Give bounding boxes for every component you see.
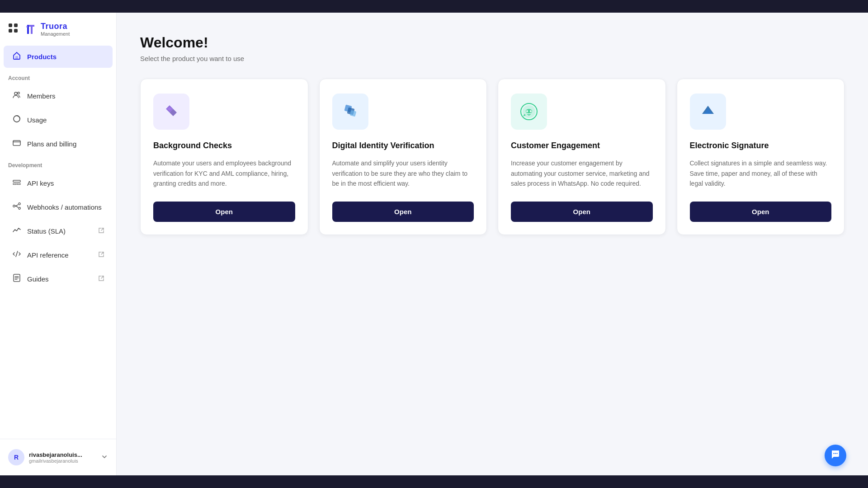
user-avatar: R (8, 449, 24, 465)
sidebar-item-members[interactable]: Members (4, 85, 113, 107)
digital-identity-description: Automate and simplify your users identit… (332, 158, 474, 188)
svg-rect-10 (13, 183, 16, 185)
webhook-icon (12, 202, 22, 213)
background-checks-icon (160, 101, 182, 122)
account-section-label: Account (0, 69, 116, 84)
bottom-bar (0, 475, 868, 488)
api-icon (12, 178, 22, 189)
sidebar-item-api-keys[interactable]: API keys (4, 172, 113, 194)
svg-rect-1 (14, 23, 18, 27)
product-card-electronic-signature: Electronic Signature Collect signatures … (677, 79, 845, 235)
svg-rect-4 (15, 56, 18, 59)
external-link-icon-api (98, 251, 104, 259)
user-menu[interactable]: R rivasbejaranoluis... gmailrivasbejaran… (5, 445, 112, 470)
sidebar-header: Truora Management (0, 13, 116, 45)
api-reference-label: API reference (27, 251, 69, 259)
svg-point-30 (835, 453, 836, 454)
sidebar-item-guides[interactable]: Guides (4, 268, 113, 290)
svg-rect-3 (14, 29, 18, 33)
digital-identity-title: Digital Identity Verification (332, 141, 474, 151)
sidebar-item-status-sla[interactable]: Status (SLA) (4, 220, 113, 242)
electronic-signature-icon-wrapper (690, 94, 726, 130)
customer-engagement-icon-wrapper (511, 94, 547, 130)
customer-engagement-open-button[interactable]: Open (511, 202, 653, 222)
svg-point-12 (13, 205, 15, 207)
grid-icon[interactable] (8, 23, 18, 35)
svg-line-15 (16, 251, 18, 257)
products-label: Products (27, 53, 57, 61)
user-name: rivasbejaranoluis... (29, 451, 96, 458)
plans-billing-label: Plans and billing (27, 140, 76, 148)
sidebar-item-webhooks[interactable]: Webhooks / automations (4, 196, 113, 218)
development-section-label: Development (0, 156, 116, 171)
electronic-signature-title: Electronic Signature (690, 141, 832, 151)
svg-point-13 (19, 203, 20, 205)
external-link-icon-guides (98, 275, 104, 283)
product-card-background-checks: Background Checks Automate your users an… (140, 79, 308, 235)
chat-bubble-button[interactable] (825, 445, 846, 466)
people-icon (12, 90, 22, 102)
digital-identity-icon-wrapper (332, 94, 368, 130)
sidebar-item-api-reference[interactable]: API reference (4, 244, 113, 266)
external-link-icon-status (98, 227, 104, 235)
user-info: rivasbejaranoluis... gmailrivasbejaranol… (29, 451, 96, 464)
background-checks-title: Background Checks (153, 141, 295, 151)
user-email: gmailrivasbejaranoluis (29, 458, 96, 464)
digital-identity-open-button[interactable]: Open (332, 202, 474, 222)
webhooks-label: Webhooks / automations (27, 203, 102, 211)
sidebar: Truora Management Products Account (0, 13, 117, 475)
customer-engagement-icon (518, 100, 540, 123)
svg-point-14 (19, 207, 20, 209)
members-label: Members (27, 92, 56, 100)
logo-sub: Management (41, 31, 70, 37)
page-title: Welcome! (140, 34, 844, 51)
truora-logo-icon (24, 22, 38, 37)
sidebar-item-plans-billing[interactable]: Plans and billing (4, 133, 113, 155)
svg-rect-11 (17, 183, 20, 185)
main-content: Welcome! Select the product you want to … (117, 13, 868, 475)
chevron-down-icon (101, 453, 108, 462)
background-checks-description: Automate your users and employees backgr… (153, 158, 295, 188)
circle-icon (12, 114, 22, 126)
top-bar (0, 0, 868, 13)
svg-point-31 (836, 453, 837, 454)
background-checks-open-button[interactable]: Open (153, 202, 295, 222)
logo-name: Truora (41, 22, 70, 31)
svg-rect-0 (9, 23, 12, 27)
digital-identity-icon (340, 101, 361, 122)
sidebar-item-products[interactable]: Products (4, 46, 113, 68)
sidebar-footer: R rivasbejaranoluis... gmailrivasbejaran… (0, 439, 116, 475)
status-icon (12, 225, 22, 237)
logo-text: Truora Management (41, 22, 70, 37)
products-grid: Background Checks Automate your users an… (140, 79, 844, 235)
customer-engagement-description: Increase your customer engagement by aut… (511, 158, 653, 188)
customer-engagement-title: Customer Engagement (511, 141, 653, 151)
svg-rect-2 (9, 29, 12, 33)
status-sla-label: Status (SLA) (27, 227, 66, 235)
chat-bubble-icon (830, 449, 841, 462)
electronic-signature-open-button[interactable]: Open (690, 202, 832, 222)
svg-point-25 (526, 110, 528, 112)
home-icon (12, 51, 22, 62)
guides-label: Guides (27, 275, 49, 283)
svg-point-26 (530, 110, 532, 112)
product-card-digital-identity: Digital Identity Verification Automate a… (319, 79, 487, 235)
api-ref-icon (12, 249, 22, 261)
guides-icon (12, 273, 22, 285)
svg-point-5 (14, 92, 17, 95)
svg-point-6 (18, 92, 19, 94)
svg-rect-8 (13, 141, 20, 145)
product-card-customer-engagement: Customer Engagement Increase your custom… (498, 79, 666, 235)
background-checks-icon-wrapper (153, 94, 189, 130)
sidebar-item-usage[interactable]: Usage (4, 109, 113, 131)
electronic-signature-icon (697, 100, 719, 123)
logo: Truora Management (24, 22, 70, 37)
page-subtitle: Select the product you want to use (140, 55, 844, 62)
svg-rect-9 (13, 180, 20, 182)
electronic-signature-description: Collect signatures in a simple and seaml… (690, 158, 832, 188)
api-keys-label: API keys (27, 179, 54, 187)
usage-label: Usage (27, 116, 47, 124)
svg-point-29 (833, 453, 834, 454)
card-icon (12, 138, 22, 150)
